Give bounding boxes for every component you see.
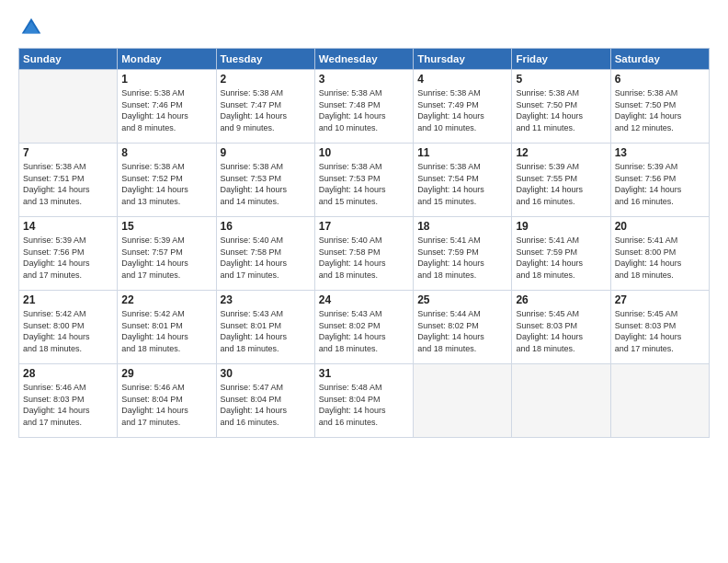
day-number: 10: [319, 146, 409, 159]
day-number: 19: [516, 220, 606, 233]
weekday-header: Thursday: [414, 49, 512, 70]
day-number: 12: [516, 146, 606, 159]
day-info: Sunrise: 5:38 AM Sunset: 7:53 PM Dayligh…: [319, 161, 409, 207]
calendar-cell: 19Sunrise: 5:41 AM Sunset: 7:59 PM Dayli…: [512, 217, 610, 291]
calendar-cell: [19, 70, 118, 144]
calendar-cell: 14Sunrise: 5:39 AM Sunset: 7:56 PM Dayli…: [19, 217, 118, 291]
day-number: 11: [417, 146, 507, 159]
day-info: Sunrise: 5:47 AM Sunset: 8:04 PM Dayligh…: [221, 382, 311, 428]
day-number: 16: [221, 220, 311, 233]
calendar-body: 1Sunrise: 5:38 AM Sunset: 7:46 PM Daylig…: [19, 70, 710, 438]
weekday-header: Tuesday: [216, 49, 314, 70]
day-info: Sunrise: 5:43 AM Sunset: 8:01 PM Dayligh…: [221, 308, 311, 354]
day-info: Sunrise: 5:39 AM Sunset: 7:55 PM Dayligh…: [516, 161, 606, 207]
calendar-week-row: 21Sunrise: 5:42 AM Sunset: 8:00 PM Dayli…: [19, 291, 710, 364]
day-number: 21: [23, 293, 113, 306]
day-info: Sunrise: 5:38 AM Sunset: 7:46 PM Dayligh…: [121, 87, 211, 133]
calendar-cell: 12Sunrise: 5:39 AM Sunset: 7:55 PM Dayli…: [512, 144, 610, 217]
day-number: 5: [516, 73, 606, 86]
day-info: Sunrise: 5:38 AM Sunset: 7:54 PM Dayligh…: [417, 161, 507, 207]
day-number: 29: [121, 367, 211, 380]
day-number: 23: [221, 293, 311, 306]
day-info: Sunrise: 5:48 AM Sunset: 8:04 PM Dayligh…: [319, 382, 409, 428]
calendar-cell: 9Sunrise: 5:38 AM Sunset: 7:53 PM Daylig…: [216, 144, 314, 217]
day-info: Sunrise: 5:42 AM Sunset: 8:01 PM Dayligh…: [121, 308, 211, 354]
day-info: Sunrise: 5:41 AM Sunset: 7:59 PM Dayligh…: [417, 235, 507, 281]
day-number: 8: [121, 146, 211, 159]
day-info: Sunrise: 5:38 AM Sunset: 7:49 PM Dayligh…: [417, 87, 507, 133]
calendar-week-row: 7Sunrise: 5:38 AM Sunset: 7:51 PM Daylig…: [19, 144, 710, 217]
weekday-header: Monday: [118, 49, 216, 70]
day-number: 25: [417, 293, 507, 306]
calendar-cell: 10Sunrise: 5:38 AM Sunset: 7:53 PM Dayli…: [314, 144, 413, 217]
calendar-cell: 2Sunrise: 5:38 AM Sunset: 7:47 PM Daylig…: [216, 70, 314, 144]
calendar-cell: 6Sunrise: 5:38 AM Sunset: 7:50 PM Daylig…: [610, 70, 709, 144]
calendar-cell: 3Sunrise: 5:38 AM Sunset: 7:48 PM Daylig…: [314, 70, 413, 144]
calendar-cell: 28Sunrise: 5:46 AM Sunset: 8:03 PM Dayli…: [19, 364, 118, 438]
calendar-cell: 5Sunrise: 5:38 AM Sunset: 7:50 PM Daylig…: [512, 70, 610, 144]
day-number: 31: [319, 367, 409, 380]
calendar-cell: [610, 364, 709, 438]
calendar-cell: 8Sunrise: 5:38 AM Sunset: 7:52 PM Daylig…: [118, 144, 216, 217]
day-info: Sunrise: 5:46 AM Sunset: 8:03 PM Dayligh…: [23, 382, 113, 428]
calendar-cell: 15Sunrise: 5:39 AM Sunset: 7:57 PM Dayli…: [118, 217, 216, 291]
day-info: Sunrise: 5:44 AM Sunset: 8:02 PM Dayligh…: [417, 308, 507, 354]
day-info: Sunrise: 5:40 AM Sunset: 7:58 PM Dayligh…: [221, 235, 311, 281]
calendar-cell: 4Sunrise: 5:38 AM Sunset: 7:49 PM Daylig…: [414, 70, 512, 144]
calendar-cell: 23Sunrise: 5:43 AM Sunset: 8:01 PM Dayli…: [216, 291, 314, 364]
calendar-cell: 27Sunrise: 5:45 AM Sunset: 8:03 PM Dayli…: [610, 291, 709, 364]
day-number: 7: [23, 146, 113, 159]
day-number: 24: [319, 293, 409, 306]
calendar-cell: 31Sunrise: 5:48 AM Sunset: 8:04 PM Dayli…: [314, 364, 413, 438]
day-number: 3: [319, 73, 409, 86]
day-info: Sunrise: 5:39 AM Sunset: 7:56 PM Dayligh…: [615, 161, 705, 207]
calendar-cell: 18Sunrise: 5:41 AM Sunset: 7:59 PM Dayli…: [414, 217, 512, 291]
day-number: 14: [23, 220, 113, 233]
day-number: 15: [121, 220, 211, 233]
day-info: Sunrise: 5:38 AM Sunset: 7:50 PM Dayligh…: [516, 87, 606, 133]
day-info: Sunrise: 5:43 AM Sunset: 8:02 PM Dayligh…: [319, 308, 409, 354]
day-info: Sunrise: 5:42 AM Sunset: 8:00 PM Dayligh…: [23, 308, 113, 354]
calendar-cell: 11Sunrise: 5:38 AM Sunset: 7:54 PM Dayli…: [414, 144, 512, 217]
logo: [18, 15, 48, 40]
day-number: 20: [615, 220, 705, 233]
calendar-week-row: 14Sunrise: 5:39 AM Sunset: 7:56 PM Dayli…: [19, 217, 710, 291]
day-info: Sunrise: 5:40 AM Sunset: 7:58 PM Dayligh…: [319, 235, 409, 281]
day-info: Sunrise: 5:39 AM Sunset: 7:57 PM Dayligh…: [121, 235, 211, 281]
day-info: Sunrise: 5:45 AM Sunset: 8:03 PM Dayligh…: [615, 308, 705, 354]
calendar-table: SundayMondayTuesdayWednesdayThursdayFrid…: [18, 48, 710, 438]
weekday-header: Friday: [512, 49, 610, 70]
day-info: Sunrise: 5:39 AM Sunset: 7:56 PM Dayligh…: [23, 235, 113, 281]
day-number: 9: [221, 146, 311, 159]
day-number: 4: [417, 73, 507, 86]
day-number: 1: [121, 73, 211, 86]
calendar-cell: 29Sunrise: 5:46 AM Sunset: 8:04 PM Dayli…: [118, 364, 216, 438]
weekday-header: Wednesday: [314, 49, 413, 70]
calendar-cell: 16Sunrise: 5:40 AM Sunset: 7:58 PM Dayli…: [216, 217, 314, 291]
calendar-cell: 13Sunrise: 5:39 AM Sunset: 7:56 PM Dayli…: [610, 144, 709, 217]
calendar-week-row: 1Sunrise: 5:38 AM Sunset: 7:46 PM Daylig…: [19, 70, 710, 144]
calendar-page: SundayMondayTuesdayWednesdayThursdayFrid…: [0, 0, 728, 563]
weekday-header-row: SundayMondayTuesdayWednesdayThursdayFrid…: [19, 49, 710, 70]
calendar-cell: [414, 364, 512, 438]
day-info: Sunrise: 5:38 AM Sunset: 7:51 PM Dayligh…: [23, 161, 113, 207]
calendar-cell: 21Sunrise: 5:42 AM Sunset: 8:00 PM Dayli…: [19, 291, 118, 364]
calendar-cell: [512, 364, 610, 438]
day-number: 26: [516, 293, 606, 306]
calendar-cell: 24Sunrise: 5:43 AM Sunset: 8:02 PM Dayli…: [314, 291, 413, 364]
weekday-header: Saturday: [610, 49, 709, 70]
calendar-cell: 1Sunrise: 5:38 AM Sunset: 7:46 PM Daylig…: [118, 70, 216, 144]
calendar-header: SundayMondayTuesdayWednesdayThursdayFrid…: [19, 49, 710, 70]
day-info: Sunrise: 5:38 AM Sunset: 7:50 PM Dayligh…: [615, 87, 705, 133]
day-number: 6: [615, 73, 705, 86]
day-info: Sunrise: 5:38 AM Sunset: 7:47 PM Dayligh…: [221, 87, 311, 133]
logo-icon: [18, 15, 44, 40]
day-info: Sunrise: 5:46 AM Sunset: 8:04 PM Dayligh…: [121, 382, 211, 428]
calendar-cell: 30Sunrise: 5:47 AM Sunset: 8:04 PM Dayli…: [216, 364, 314, 438]
calendar-cell: 7Sunrise: 5:38 AM Sunset: 7:51 PM Daylig…: [19, 144, 118, 217]
day-number: 18: [417, 220, 507, 233]
day-number: 13: [615, 146, 705, 159]
page-header: [18, 15, 710, 40]
day-info: Sunrise: 5:38 AM Sunset: 7:53 PM Dayligh…: [221, 161, 311, 207]
weekday-header: Sunday: [19, 49, 118, 70]
